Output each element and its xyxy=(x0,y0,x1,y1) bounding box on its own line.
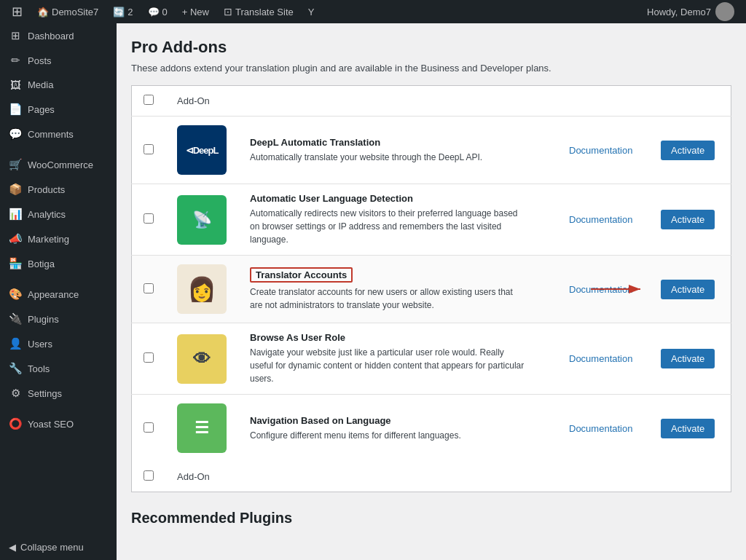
comments-item[interactable]: 💬 0 xyxy=(142,0,173,23)
translate-icon: ⊡ xyxy=(224,6,232,17)
browse-checkbox[interactable] xyxy=(144,352,154,363)
translator-activate-button[interactable]: Activate xyxy=(661,280,715,299)
sidebar-item-comments[interactable]: 💬 Comments xyxy=(0,122,117,146)
new-item[interactable]: + New xyxy=(176,0,215,23)
plugins-icon: 🔌 xyxy=(9,312,22,326)
howdy-item[interactable]: Howdy, Demo7 xyxy=(641,2,740,21)
translator-checkbox[interactable] xyxy=(144,283,154,293)
wp-logo-item[interactable]: ⊞ xyxy=(6,0,28,23)
sidebar-item-appearance[interactable]: 🎨 Appearance xyxy=(0,282,117,307)
translate-site-item[interactable]: ⊡ Translate Site xyxy=(218,0,299,23)
sidebar-item-posts[interactable]: ✏ Posts xyxy=(0,48,117,73)
comments-count: 0 xyxy=(162,7,168,17)
header-checkbox[interactable] xyxy=(144,95,154,105)
comments-icon: 💬 xyxy=(148,7,160,17)
sidebar-label-appearance: Appearance xyxy=(28,289,79,300)
sidebar-label-plugins: Plugins xyxy=(28,314,59,325)
tools-icon: 🔧 xyxy=(9,362,22,375)
home-icon: 🏠 xyxy=(37,7,49,17)
nav-icon: ☰ xyxy=(177,403,227,453)
sidebar-item-pages[interactable]: 📄 Pages xyxy=(0,97,117,122)
sidebar-item-marketing[interactable]: 📣 Marketing xyxy=(0,226,117,251)
avatar xyxy=(715,2,734,21)
posts-icon: ✏ xyxy=(9,54,22,67)
lang-detect-desc: Automatically redirects new visitors to … xyxy=(250,207,527,246)
table-row: ☰ Navigation Based on Language Configure… xyxy=(132,395,731,462)
updates-item[interactable]: 🔄 2 xyxy=(107,0,138,23)
new-label: + New xyxy=(182,7,209,17)
media-icon: 🖼 xyxy=(9,79,22,91)
footer-checkbox[interactable] xyxy=(144,470,154,481)
nav-name: Navigation Based on Language xyxy=(250,415,543,426)
lang-detect-checkbox[interactable] xyxy=(144,213,154,224)
sidebar-label-botiga: Botiga xyxy=(28,259,55,269)
table-row: ⊲DeepL DeepL Automatic Translation Autom… xyxy=(132,117,731,184)
sidebar-item-analytics[interactable]: 📊 Analytics xyxy=(0,202,117,226)
deepl-name: DeepL Automatic Translation xyxy=(250,137,543,148)
sidebar-label-tools: Tools xyxy=(28,363,50,374)
browse-desc: Navigate your website just like a partic… xyxy=(250,346,527,385)
sidebar-item-products[interactable]: 📦 Products xyxy=(0,177,117,202)
yoast-sidebar-icon: ⭕ xyxy=(9,417,22,430)
wifi-icon: 📡 xyxy=(192,210,212,229)
addon-column-footer: Add-On xyxy=(165,462,731,492)
sidebar-label-pages: Pages xyxy=(28,104,55,115)
sidebar-item-botiga[interactable]: 🏪 Botiga xyxy=(0,251,117,276)
howdy-label: Howdy, Demo7 xyxy=(647,7,711,17)
sidebar-label-posts: Posts xyxy=(28,55,52,66)
addon-column-header: Add-On xyxy=(165,86,731,117)
sidebar-label-marketing: Marketing xyxy=(28,234,69,245)
admin-bar-right: Howdy, Demo7 xyxy=(641,2,740,21)
settings-icon: ⚙ xyxy=(9,387,22,400)
deepl-activate-button[interactable]: Activate xyxy=(661,141,715,160)
nav-doc-link[interactable]: Documentation xyxy=(569,423,632,434)
products-icon: 📦 xyxy=(9,183,22,196)
lang-detect-doc-link[interactable]: Documentation xyxy=(569,214,632,225)
addons-table-wrapper: Add-On ⊲DeepL DeepL Automatic Transla xyxy=(131,85,731,492)
comments-sidebar-icon: 💬 xyxy=(9,127,22,141)
translator-name: Translator Accounts xyxy=(250,267,353,283)
lang-detect-activate-button[interactable]: Activate xyxy=(661,210,715,229)
recommended-plugins-title: Recommended Plugins xyxy=(131,510,731,527)
browse-doc-link[interactable]: Documentation xyxy=(569,353,632,364)
wp-logo-icon: ⊞ xyxy=(12,4,23,20)
browse-activate-button[interactable]: Activate xyxy=(661,349,715,368)
translator-person-icon: 👩 xyxy=(187,275,216,303)
translator-doc-link[interactable]: Documentation xyxy=(569,284,632,295)
deepl-checkbox[interactable] xyxy=(144,144,154,154)
marketing-icon: 📣 xyxy=(9,232,22,245)
users-icon: 👤 xyxy=(9,337,22,350)
nav-activate-button[interactable]: Activate xyxy=(661,419,715,438)
sidebar-label-woocommerce: WooCommerce xyxy=(28,159,93,170)
sidebar-item-users[interactable]: 👤 Users xyxy=(0,331,117,356)
nav-checkbox[interactable] xyxy=(144,422,154,433)
eye-icon: 👁 xyxy=(193,349,211,369)
collapse-arrow-icon: ◀ xyxy=(9,542,16,553)
lang-detect-name: Automatic User Language Detection xyxy=(250,193,543,204)
table-row: 👩 Translator Accounts Create translator … xyxy=(132,256,731,323)
yoast-item[interactable]: Y xyxy=(302,0,321,23)
sidebar-item-dashboard[interactable]: ⊞ Dashboard xyxy=(0,23,117,48)
deepl-desc: Automatically translate your website thr… xyxy=(250,151,527,164)
sidebar-item-plugins[interactable]: 🔌 Plugins xyxy=(0,307,117,331)
sidebar-item-media[interactable]: 🖼 Media xyxy=(0,73,117,97)
deepl-doc-link[interactable]: Documentation xyxy=(569,145,632,156)
admin-bar: ⊞ 🏠 DemoSite7 🔄 2 💬 0 + New ⊡ Translate … xyxy=(0,0,746,23)
sidebar-item-settings[interactable]: ⚙ Settings xyxy=(0,381,117,406)
sidebar-label-comments: Comments xyxy=(28,129,74,140)
collapse-menu[interactable]: ◀ Collapse menu xyxy=(0,535,117,560)
menu-icon: ☰ xyxy=(195,419,209,438)
yoast-icon: Y xyxy=(308,7,315,17)
sidebar-label-analytics: Analytics xyxy=(28,209,66,220)
lang-detect-icon: 📡 xyxy=(177,195,227,245)
sidebar-label-dashboard: Dashboard xyxy=(28,31,74,42)
site-name-label: DemoSite7 xyxy=(52,7,98,17)
sidebar-item-woocommerce[interactable]: 🛒 WooCommerce xyxy=(0,152,117,177)
sidebar-item-yoast[interactable]: ⭕ Yoast SEO xyxy=(0,411,117,436)
appearance-icon: 🎨 xyxy=(9,288,22,301)
translate-site-label: Translate Site xyxy=(235,7,294,17)
deepl-icon: ⊲DeepL xyxy=(177,125,227,175)
site-name-item[interactable]: 🏠 DemoSite7 xyxy=(31,0,104,23)
sidebar-item-tools[interactable]: 🔧 Tools xyxy=(0,356,117,381)
woocommerce-icon: 🛒 xyxy=(9,158,22,171)
